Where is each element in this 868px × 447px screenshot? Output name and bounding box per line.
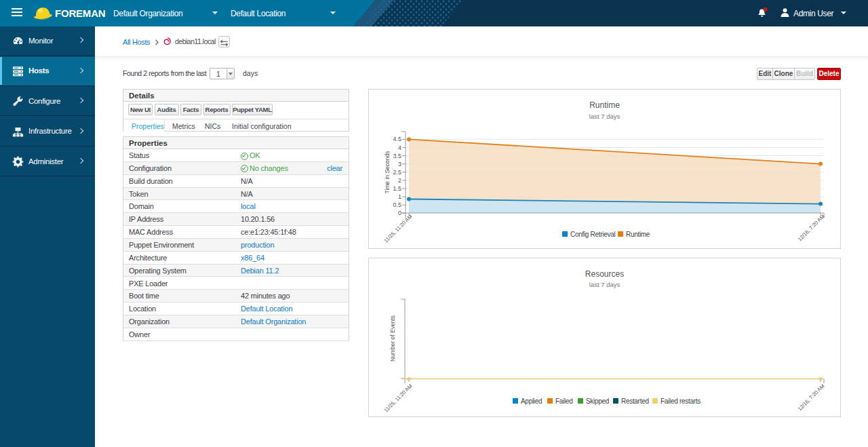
svg-text:Failed: Failed: [555, 397, 572, 405]
svg-text:11/25, 11:20 AM: 11/25, 11:20 AM: [383, 213, 414, 244]
svg-text:Restarted: Restarted: [621, 397, 649, 405]
svg-text:Skipped: Skipped: [586, 397, 609, 405]
svg-text:2: 2: [398, 177, 401, 184]
svg-text:Runtime: Runtime: [626, 231, 650, 238]
svg-text:1.5: 1.5: [393, 185, 401, 192]
svg-text:11/25, 11:20 AM: 11/25, 11:20 AM: [383, 383, 414, 413]
svg-text:4.5: 4.5: [393, 136, 401, 142]
svg-text:Number of Events: Number of Events: [389, 315, 396, 362]
svg-text:Failed restarts: Failed restarts: [660, 397, 701, 405]
svg-text:0: 0: [398, 210, 401, 216]
svg-text:Config Retrieval: Config Retrieval: [570, 231, 615, 238]
svg-text:2.5: 2.5: [393, 169, 401, 176]
svg-text:Applied: Applied: [521, 397, 542, 405]
svg-text:12/16, 7:20 AM: 12/16, 7:20 AM: [797, 383, 826, 412]
svg-text:Time in Seconds: Time in Seconds: [384, 151, 391, 194]
svg-text:3.5: 3.5: [393, 153, 401, 159]
svg-text:0.5: 0.5: [393, 201, 401, 208]
svg-text:1: 1: [398, 193, 401, 200]
svg-text:3: 3: [398, 161, 401, 168]
svg-text:4: 4: [398, 144, 401, 151]
svg-text:12/16, 7:20 AM: 12/16, 7:20 AM: [797, 213, 826, 242]
